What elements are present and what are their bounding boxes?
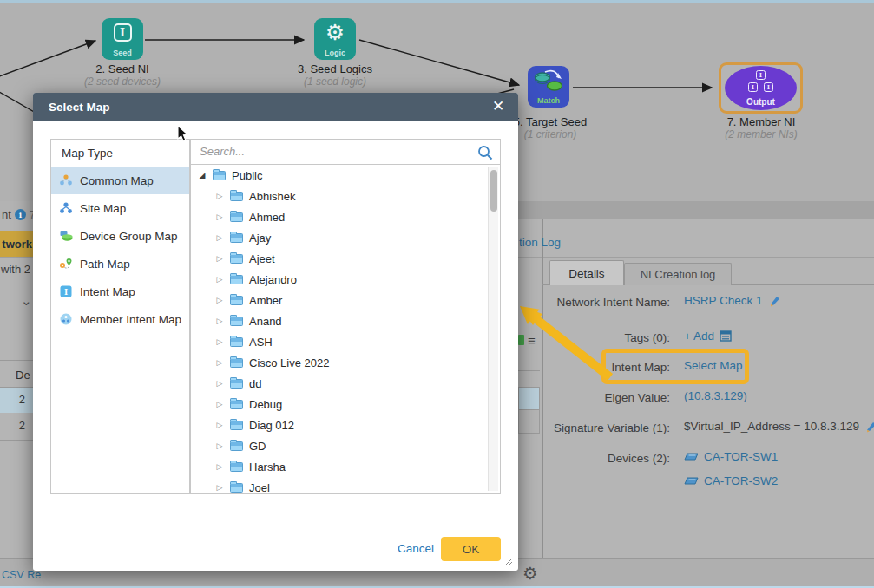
search-icon[interactable] <box>476 144 494 161</box>
tree-item[interactable]: ▷dd <box>191 373 500 394</box>
node-seed-subtitle: (2 seed devices) <box>75 75 170 88</box>
node-seed-title: 2. Seed NI <box>83 62 161 75</box>
tag-list-icon[interactable] <box>720 330 732 342</box>
node-match-subtitle: (1 criterion) <box>514 128 587 140</box>
collapsed-triangle-icon[interactable]: ▷ <box>215 483 224 492</box>
collapsed-triangle-icon[interactable]: ▷ <box>215 462 224 471</box>
column-header-fragment: De <box>16 369 30 382</box>
collapsed-triangle-icon[interactable]: ▷ <box>215 233 224 242</box>
expanded-triangle-icon[interactable]: ◢ <box>198 171 207 180</box>
tree-item-public[interactable]: ◢ Public <box>191 165 500 186</box>
folder-icon <box>230 358 243 368</box>
table-row[interactable]: 2 <box>0 414 34 439</box>
folder-icon <box>230 317 243 326</box>
folder-icon <box>230 379 243 389</box>
network-intent-name-value[interactable]: HSRP Check 1 <box>684 294 781 307</box>
map-type-member-intent-map[interactable]: Member Intent Map <box>51 305 189 333</box>
device-link[interactable]: CA-TOR-SW1 <box>684 450 778 463</box>
collapsed-triangle-icon[interactable]: ▷ <box>215 192 224 200</box>
map-type-intent-map[interactable]: I Intent Map <box>51 278 189 305</box>
info-icon[interactable]: i <box>15 209 26 220</box>
collapsed-triangle-icon[interactable]: ▷ <box>215 379 224 388</box>
collapsed-triangle-icon[interactable]: ▷ <box>215 317 224 325</box>
add-tag-link[interactable]: + Add <box>684 330 732 343</box>
collapsed-triangle-icon[interactable]: ▷ <box>215 358 224 367</box>
dialog-titlebar[interactable]: Select Map ✕ <box>33 93 518 121</box>
intent-map-icon: I <box>59 284 73 298</box>
folder-icon <box>230 192 243 201</box>
node-seed-ni[interactable]: I Seed <box>102 18 143 60</box>
collapsed-triangle-icon[interactable]: ▷ <box>215 421 224 429</box>
mouse-cursor <box>177 125 190 143</box>
seed-badge: Seed <box>102 49 143 57</box>
scrollbar-thumb[interactable] <box>490 170 497 212</box>
edit-pencil-icon[interactable] <box>864 420 874 433</box>
tree-item[interactable]: ▷Anand <box>191 310 500 331</box>
table-row[interactable]: 2 <box>0 388 34 413</box>
cancel-button[interactable]: Cancel <box>398 542 434 555</box>
search-input[interactable] <box>191 140 465 162</box>
ok-button[interactable]: OK <box>441 537 501 561</box>
search-box <box>190 139 501 165</box>
tree-item[interactable]: ▷Alejandro <box>191 269 500 290</box>
network-tab-fragment[interactable]: twork <box>0 231 34 257</box>
tree-item[interactable]: ▷Debug <box>191 394 500 415</box>
folder-icon <box>230 254 243 264</box>
switch-device-icon <box>684 452 699 461</box>
gear-icon: ⚙ <box>325 19 345 45</box>
tree-item[interactable]: ▷Ahmed <box>191 206 500 227</box>
folder-icon <box>230 212 243 222</box>
tree-item[interactable]: ▷Amber <box>191 290 500 310</box>
intent-mini-icon: I <box>764 82 773 92</box>
tree-item[interactable]: ▷ASH <box>191 331 500 352</box>
map-type-common-map[interactable]: Common Map <box>51 167 189 194</box>
svg-text:I: I <box>64 288 68 297</box>
device-link[interactable]: CA-TOR-SW2 <box>684 474 778 487</box>
tree-scrollbar[interactable] <box>488 167 498 491</box>
path-map-icon <box>59 257 73 271</box>
settings-gear-icon[interactable]: ⚙ <box>522 563 538 584</box>
tree-item[interactable]: ▷Abhishek <box>191 186 500 206</box>
collapsed-triangle-icon[interactable]: ▷ <box>215 296 224 304</box>
tree-item[interactable]: ▷GD <box>191 435 500 456</box>
tree-item[interactable]: ▷Diag 012 <box>191 415 500 435</box>
with-2-fragment: with 2 <box>1 263 30 276</box>
field-label-eigen-value: Eigen Value: <box>521 391 670 404</box>
collapsed-triangle-icon[interactable]: ▷ <box>215 337 224 346</box>
node-target-seed[interactable]: Match <box>528 66 569 108</box>
collapsed-triangle-icon[interactable]: ▷ <box>215 441 224 450</box>
match-badge: Match <box>528 96 569 105</box>
node-logic-title: 3. Seed Logics <box>292 62 378 75</box>
collapsed-triangle-icon[interactable]: ▷ <box>215 212 224 221</box>
edit-pencil-icon[interactable] <box>768 294 781 307</box>
node-member-ni[interactable]: I I I Output <box>725 66 797 110</box>
common-map-icon <box>59 173 73 187</box>
tab-details[interactable]: Details <box>549 260 624 285</box>
tree-item[interactable]: ▷Harsha <box>191 456 500 477</box>
resize-handle[interactable] <box>503 557 513 566</box>
node-logic-subtitle: (1 seed logic) <box>292 75 378 88</box>
collapsed-triangle-icon[interactable]: ▷ <box>215 275 224 284</box>
csv-report-link-fragment[interactable]: CSV Re <box>2 569 41 581</box>
field-label-signature-variable: Signature Variable (1): <box>521 421 670 434</box>
device-group-map-icon <box>59 229 73 243</box>
map-type-site-map[interactable]: Site Map <box>51 194 189 222</box>
chevron-down-icon[interactable]: ⌄ <box>21 293 32 309</box>
site-map-icon <box>59 201 73 215</box>
tree-item[interactable]: ▷Ajeet <box>191 248 500 269</box>
execution-log-tab-fragment[interactable]: tion Log <box>519 236 561 249</box>
collapsed-triangle-icon[interactable]: ▷ <box>215 400 224 408</box>
intent-mini-icon: I <box>756 70 766 80</box>
node-seed-logics[interactable]: ⚙ Logic <box>314 18 356 60</box>
map-type-device-group-map[interactable]: Device Group Map <box>51 222 189 250</box>
map-type-path-map[interactable]: Path Map <box>51 250 189 278</box>
tree-item[interactable]: ▷Ajay <box>191 227 500 248</box>
tree-item[interactable]: ▷Joel <box>191 477 500 494</box>
collapsed-triangle-icon[interactable]: ▷ <box>215 254 224 263</box>
eigen-value[interactable]: (10.8.3.129) <box>684 389 747 402</box>
tree-item[interactable]: ▷Cisco Live 2022 <box>191 352 500 373</box>
tab-ni-creation-log[interactable]: NI Creation log <box>624 263 732 285</box>
folder-icon <box>230 337 243 347</box>
close-icon[interactable]: ✕ <box>490 99 506 114</box>
node-match-title: 5. Target Seed <box>510 115 590 128</box>
